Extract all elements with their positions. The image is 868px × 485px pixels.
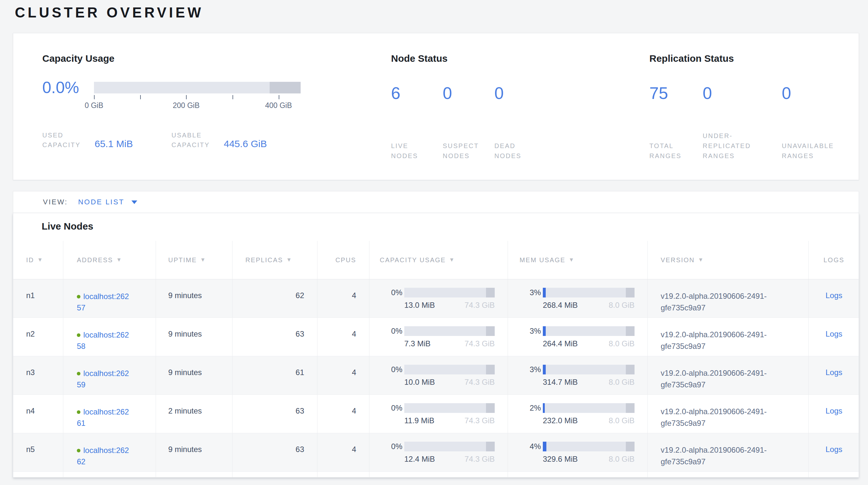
capacity-total-value: 74.3 GiB xyxy=(465,339,495,348)
mem-used-value: 264.4 MiB xyxy=(543,339,578,348)
logs-link[interactable]: Logs xyxy=(826,445,842,454)
page-title: CLUSTER OVERVIEW xyxy=(0,0,868,21)
node-address-link[interactable]: localhost:26258 xyxy=(77,331,129,350)
stat-label: USED CAPACITY xyxy=(42,130,95,150)
view-bar: VIEW: NODE LIST xyxy=(13,191,859,213)
version-cell: v19.2.0-alpha.20190606-2491-gfe735c9a97 xyxy=(648,356,809,395)
column-header-capacity-usage[interactable]: CAPACITY USAGE ▼ xyxy=(369,241,508,279)
capacity-total-value: 74.3 GiB xyxy=(465,301,495,310)
node-address-link[interactable]: localhost:26257 xyxy=(77,292,129,312)
mem-usage-bar xyxy=(543,288,634,297)
table-row: n4 localhost:26261 2 minutes 63 4 0% 11.… xyxy=(13,395,859,433)
column-header-label: ADDRESS xyxy=(77,256,113,264)
mem-usage-fill xyxy=(543,365,546,374)
live-nodes-title: Live Nodes xyxy=(13,213,859,241)
mem-usage-bar xyxy=(543,442,634,451)
axis-tick xyxy=(140,95,141,99)
column-header-address[interactable]: ADDRESS ▼ xyxy=(63,241,156,279)
axis-tick-label: 0 GiB xyxy=(85,101,103,110)
mem-usage-bar xyxy=(543,365,634,374)
stat-label: UNDER- REPLICATED RANGES xyxy=(703,131,782,161)
node-status-title: Node Status xyxy=(391,52,637,65)
version-value: v19.2.0-alpha.20190606-2491-gfe735c9a97 xyxy=(661,318,772,352)
capacity-usage-cell: 0% 10.0 MiB 74.3 GiB xyxy=(369,356,508,395)
mem-usage-cell: 2% 232.0 MiB 8.0 GiB xyxy=(508,395,648,433)
replication-status-stats: 75 TOTAL RANGES 0 UNDER- REPLICATED RANG… xyxy=(649,82,868,161)
mem-total-value: 8.0 GiB xyxy=(609,378,634,387)
logs-link[interactable]: Logs xyxy=(826,368,842,377)
mem-total-value: 8.0 GiB xyxy=(609,455,634,464)
stat-label: DEAD NODES xyxy=(494,141,559,161)
node-id-cell: n5 xyxy=(13,433,63,472)
column-header-logs: LOGS xyxy=(809,241,859,279)
capacity-usage-bar xyxy=(404,326,495,336)
mem-usage-fill xyxy=(543,288,546,297)
capacity-total-value: 74.3 GiB xyxy=(465,378,495,387)
mem-percent-label: 3% xyxy=(518,288,541,297)
mem-used-value: 232.0 MiB xyxy=(543,416,578,425)
node-id-cell: n4 xyxy=(13,395,63,433)
column-header-mem-usage[interactable]: MEM USAGE ▼ xyxy=(508,241,648,279)
summary-stat: 0 UNDER- REPLICATED RANGES xyxy=(703,82,782,161)
column-header-id[interactable]: ID ▼ xyxy=(13,241,63,279)
stat-value: 65.1 MiB xyxy=(95,138,133,150)
cpus-cell: 4 xyxy=(317,318,369,356)
capacity-stat: USED CAPACITY 65.1 MiB xyxy=(42,130,172,150)
view-selector[interactable]: NODE LIST xyxy=(78,198,137,206)
capacity-usage-cell: 0% 13.0 MiB 74.3 GiB xyxy=(369,279,508,317)
cpus-cell: 4 xyxy=(317,279,369,317)
cpus-cell: 4 xyxy=(317,356,369,395)
live-nodes-card: Live Nodes ID ▼ ADDRESS ▼ UPTIME ▼ REPLI… xyxy=(13,213,859,478)
mem-reserved-segment xyxy=(626,365,634,374)
node-address-link[interactable]: localhost:26261 xyxy=(77,407,129,427)
mem-reserved-segment xyxy=(626,326,634,336)
column-header-uptime[interactable]: UPTIME ▼ xyxy=(156,241,232,279)
version-value: v19.2.0-alpha.20190606-2491-gfe735c9a97 xyxy=(661,356,772,391)
axis-tick-label: 400 GiB xyxy=(265,101,292,110)
stat-value: 0 xyxy=(443,82,494,105)
mem-usage-bar xyxy=(543,403,634,413)
mem-usage-fill xyxy=(543,403,545,413)
table-body: n1 localhost:26257 9 minutes 62 4 0% 13.… xyxy=(13,279,859,472)
column-header-cpus: CPUS xyxy=(317,241,369,279)
replicas-cell: 63 xyxy=(232,433,317,472)
mem-total-value: 8.0 GiB xyxy=(609,301,634,310)
mem-percent-label: 4% xyxy=(518,442,541,451)
logs-link[interactable]: Logs xyxy=(826,291,842,300)
node-address-cell: localhost:26262 xyxy=(63,433,156,472)
node-address-link[interactable]: localhost:26262 xyxy=(77,446,129,466)
node-address-cell: localhost:26257 xyxy=(63,279,156,317)
axis-tick xyxy=(279,95,279,99)
capacity-total-value: 74.3 GiB xyxy=(465,455,495,464)
live-status-dot-icon xyxy=(77,372,81,375)
mem-total-value: 8.0 GiB xyxy=(609,416,634,425)
capacity-usage-cell: 0% 11.9 MiB 74.3 GiB xyxy=(369,395,508,433)
mem-percent-label: 2% xyxy=(518,403,541,412)
sort-arrow-icon: ▼ xyxy=(200,257,206,263)
capacity-stats: USED CAPACITY 65.1 MiB USABLE CAPACITY 4… xyxy=(42,130,378,150)
capacity-reserved-segment xyxy=(486,288,495,297)
node-address-link[interactable]: localhost:26259 xyxy=(77,369,129,389)
capacity-percent-label: 0% xyxy=(379,403,402,412)
cpus-cell: 4 xyxy=(317,395,369,433)
column-header-replicas[interactable]: REPLICAS ▼ xyxy=(232,241,317,279)
capacity-usage-chart: 0.0% 0 GiB200 GiB400 GiB xyxy=(42,82,378,110)
sort-arrow-icon: ▼ xyxy=(569,257,575,263)
live-status-dot-icon xyxy=(77,410,81,414)
stat-value: 445.6 GiB xyxy=(224,138,267,150)
logs-link[interactable]: Logs xyxy=(826,406,842,415)
live-status-dot-icon xyxy=(77,333,81,337)
logs-cell: Logs xyxy=(809,318,859,356)
node-status-panel: Node Status 6 LIVE NODES 0 SUSPECT NODES… xyxy=(391,52,637,161)
node-id-cell: n2 xyxy=(13,318,63,356)
mem-used-value: 314.7 MiB xyxy=(543,378,578,387)
capacity-percent-label: 0% xyxy=(379,365,402,374)
column-header-version[interactable]: VERSION ▼ xyxy=(648,241,809,279)
replicas-cell: 62 xyxy=(232,279,317,317)
axis-tick xyxy=(94,95,95,99)
stat-label: USABLE CAPACITY xyxy=(172,130,224,150)
logs-link[interactable]: Logs xyxy=(826,330,842,338)
mem-percent-label: 3% xyxy=(518,326,541,336)
capacity-percent: 0.0% xyxy=(42,78,79,97)
summary-card: Capacity Usage 0.0% 0 GiB200 GiB400 GiB … xyxy=(13,33,859,180)
